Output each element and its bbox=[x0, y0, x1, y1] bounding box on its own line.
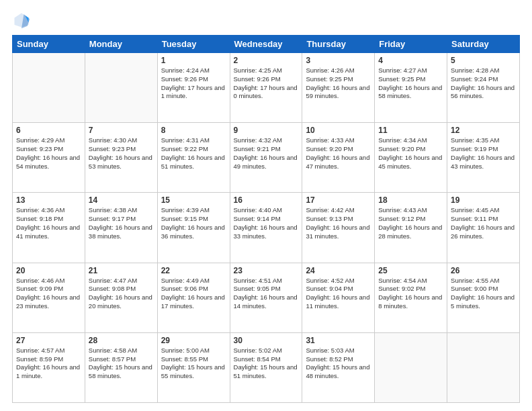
cell-daylight-text: Sunrise: 4:35 AM Sunset: 9:19 PM Dayligh… bbox=[451, 136, 516, 171]
cell-daylight-text: Sunrise: 4:32 AM Sunset: 9:21 PM Dayligh… bbox=[234, 136, 299, 171]
calendar-cell: 19Sunrise: 4:45 AM Sunset: 9:11 PM Dayli… bbox=[447, 193, 520, 263]
calendar-cell: 23Sunrise: 4:51 AM Sunset: 9:05 PM Dayli… bbox=[230, 263, 302, 332]
calendar-header-saturday: Saturday bbox=[447, 36, 520, 53]
cell-daylight-text: Sunrise: 4:40 AM Sunset: 9:14 PM Dayligh… bbox=[234, 206, 299, 240]
day-number: 23 bbox=[234, 266, 299, 275]
header bbox=[12, 11, 520, 30]
calendar-cell: 22Sunrise: 4:49 AM Sunset: 9:06 PM Dayli… bbox=[157, 263, 230, 332]
calendar-cell: 20Sunrise: 4:46 AM Sunset: 9:09 PM Dayli… bbox=[13, 263, 85, 332]
cell-daylight-text: Sunrise: 4:42 AM Sunset: 9:13 PM Dayligh… bbox=[306, 206, 371, 240]
day-number: 25 bbox=[378, 266, 443, 275]
calendar-cell: 8Sunrise: 4:31 AM Sunset: 9:22 PM Daylig… bbox=[157, 123, 230, 193]
day-number: 4 bbox=[378, 56, 443, 65]
calendar-cell bbox=[375, 332, 447, 402]
day-number: 2 bbox=[234, 56, 299, 65]
calendar-cell: 29Sunrise: 5:00 AM Sunset: 8:55 PM Dayli… bbox=[157, 332, 230, 402]
calendar-cell: 14Sunrise: 4:38 AM Sunset: 9:17 PM Dayli… bbox=[85, 193, 157, 263]
day-number: 19 bbox=[451, 195, 516, 205]
cell-daylight-text: Sunrise: 4:47 AM Sunset: 9:08 PM Dayligh… bbox=[89, 277, 154, 311]
day-number: 13 bbox=[16, 195, 81, 205]
calendar-header-tuesday: Tuesday bbox=[157, 36, 230, 53]
calendar-cell: 5Sunrise: 4:28 AM Sunset: 9:24 PM Daylig… bbox=[447, 53, 520, 123]
day-number: 8 bbox=[161, 126, 226, 135]
calendar-cell: 27Sunrise: 4:57 AM Sunset: 8:59 PM Dayli… bbox=[13, 332, 85, 402]
calendar-week-5: 27Sunrise: 4:57 AM Sunset: 8:59 PM Dayli… bbox=[13, 332, 520, 402]
calendar-cell: 13Sunrise: 4:36 AM Sunset: 9:18 PM Dayli… bbox=[13, 193, 85, 263]
calendar-table: SundayMondayTuesdayWednesdayThursdayFrid… bbox=[12, 35, 520, 403]
page: SundayMondayTuesdayWednesdayThursdayFrid… bbox=[0, 0, 532, 411]
calendar-week-1: 1Sunrise: 4:24 AM Sunset: 9:26 PM Daylig… bbox=[13, 53, 520, 123]
cell-daylight-text: Sunrise: 4:39 AM Sunset: 9:15 PM Dayligh… bbox=[161, 206, 226, 240]
calendar-cell: 3Sunrise: 4:26 AM Sunset: 9:25 PM Daylig… bbox=[302, 53, 375, 123]
cell-daylight-text: Sunrise: 4:45 AM Sunset: 9:11 PM Dayligh… bbox=[451, 206, 516, 240]
cell-daylight-text: Sunrise: 5:03 AM Sunset: 8:52 PM Dayligh… bbox=[306, 347, 371, 381]
cell-daylight-text: Sunrise: 5:02 AM Sunset: 8:54 PM Dayligh… bbox=[234, 347, 299, 381]
calendar-cell: 15Sunrise: 4:39 AM Sunset: 9:15 PM Dayli… bbox=[157, 193, 230, 263]
cell-daylight-text: Sunrise: 4:25 AM Sunset: 9:26 PM Dayligh… bbox=[234, 66, 299, 101]
calendar-cell: 21Sunrise: 4:47 AM Sunset: 9:08 PM Dayli… bbox=[85, 263, 157, 332]
calendar-header-thursday: Thursday bbox=[302, 36, 375, 53]
calendar-cell: 24Sunrise: 4:52 AM Sunset: 9:04 PM Dayli… bbox=[302, 263, 375, 332]
day-number: 10 bbox=[306, 126, 371, 135]
cell-daylight-text: Sunrise: 5:00 AM Sunset: 8:55 PM Dayligh… bbox=[161, 347, 226, 381]
cell-daylight-text: Sunrise: 4:51 AM Sunset: 9:05 PM Dayligh… bbox=[234, 277, 299, 311]
day-number: 28 bbox=[89, 336, 154, 345]
day-number: 20 bbox=[16, 266, 81, 275]
cell-daylight-text: Sunrise: 4:28 AM Sunset: 9:24 PM Dayligh… bbox=[451, 66, 516, 101]
day-number: 22 bbox=[161, 266, 226, 275]
cell-daylight-text: Sunrise: 4:27 AM Sunset: 9:25 PM Dayligh… bbox=[378, 66, 443, 101]
cell-daylight-text: Sunrise: 4:55 AM Sunset: 9:00 PM Dayligh… bbox=[451, 277, 516, 311]
calendar-cell: 1Sunrise: 4:24 AM Sunset: 9:26 PM Daylig… bbox=[157, 53, 230, 123]
day-number: 6 bbox=[16, 126, 81, 135]
cell-daylight-text: Sunrise: 4:31 AM Sunset: 9:22 PM Dayligh… bbox=[161, 136, 226, 171]
cell-daylight-text: Sunrise: 4:54 AM Sunset: 9:02 PM Dayligh… bbox=[378, 277, 443, 311]
calendar-cell: 6Sunrise: 4:29 AM Sunset: 9:23 PM Daylig… bbox=[13, 123, 85, 193]
calendar-cell: 26Sunrise: 4:55 AM Sunset: 9:00 PM Dayli… bbox=[447, 263, 520, 332]
cell-daylight-text: Sunrise: 4:34 AM Sunset: 9:20 PM Dayligh… bbox=[378, 136, 443, 171]
calendar-cell: 10Sunrise: 4:33 AM Sunset: 9:20 PM Dayli… bbox=[302, 123, 375, 193]
calendar-cell: 4Sunrise: 4:27 AM Sunset: 9:25 PM Daylig… bbox=[375, 53, 447, 123]
cell-daylight-text: Sunrise: 4:33 AM Sunset: 9:20 PM Dayligh… bbox=[306, 136, 371, 171]
day-number: 7 bbox=[89, 126, 154, 135]
calendar-header-sunday: Sunday bbox=[13, 36, 85, 53]
cell-daylight-text: Sunrise: 4:49 AM Sunset: 9:06 PM Dayligh… bbox=[161, 277, 226, 311]
calendar-header-row: SundayMondayTuesdayWednesdayThursdayFrid… bbox=[13, 36, 520, 53]
cell-daylight-text: Sunrise: 4:24 AM Sunset: 9:26 PM Dayligh… bbox=[161, 66, 226, 101]
logo bbox=[12, 11, 34, 30]
calendar-cell: 25Sunrise: 4:54 AM Sunset: 9:02 PM Dayli… bbox=[375, 263, 447, 332]
cell-daylight-text: Sunrise: 4:57 AM Sunset: 8:59 PM Dayligh… bbox=[16, 347, 81, 381]
calendar-week-4: 20Sunrise: 4:46 AM Sunset: 9:09 PM Dayli… bbox=[13, 263, 520, 332]
cell-daylight-text: Sunrise: 4:30 AM Sunset: 9:23 PM Dayligh… bbox=[89, 136, 154, 171]
calendar-cell: 7Sunrise: 4:30 AM Sunset: 9:23 PM Daylig… bbox=[85, 123, 157, 193]
calendar-cell: 17Sunrise: 4:42 AM Sunset: 9:13 PM Dayli… bbox=[302, 193, 375, 263]
cell-daylight-text: Sunrise: 4:46 AM Sunset: 9:09 PM Dayligh… bbox=[16, 277, 81, 311]
day-number: 12 bbox=[451, 126, 516, 135]
calendar-cell: 28Sunrise: 4:58 AM Sunset: 8:57 PM Dayli… bbox=[85, 332, 157, 402]
calendar-cell: 30Sunrise: 5:02 AM Sunset: 8:54 PM Dayli… bbox=[230, 332, 302, 402]
calendar-cell: 2Sunrise: 4:25 AM Sunset: 9:26 PM Daylig… bbox=[230, 53, 302, 123]
day-number: 16 bbox=[234, 195, 299, 205]
day-number: 1 bbox=[161, 56, 226, 65]
day-number: 11 bbox=[378, 126, 443, 135]
calendar-header-monday: Monday bbox=[85, 36, 157, 53]
cell-daylight-text: Sunrise: 4:43 AM Sunset: 9:12 PM Dayligh… bbox=[378, 206, 443, 240]
day-number: 24 bbox=[306, 266, 371, 275]
day-number: 29 bbox=[161, 336, 226, 345]
day-number: 15 bbox=[161, 195, 226, 205]
day-number: 31 bbox=[306, 336, 371, 345]
cell-daylight-text: Sunrise: 4:36 AM Sunset: 9:18 PM Dayligh… bbox=[16, 206, 81, 240]
calendar-cell bbox=[85, 53, 157, 123]
cell-daylight-text: Sunrise: 4:52 AM Sunset: 9:04 PM Dayligh… bbox=[306, 277, 371, 311]
calendar-cell: 18Sunrise: 4:43 AM Sunset: 9:12 PM Dayli… bbox=[375, 193, 447, 263]
day-number: 27 bbox=[16, 336, 81, 345]
cell-daylight-text: Sunrise: 4:58 AM Sunset: 8:57 PM Dayligh… bbox=[89, 347, 154, 381]
day-number: 30 bbox=[234, 336, 299, 345]
calendar-header-friday: Friday bbox=[375, 36, 447, 53]
calendar-cell bbox=[13, 53, 85, 123]
day-number: 17 bbox=[306, 195, 371, 205]
calendar-header-wednesday: Wednesday bbox=[230, 36, 302, 53]
cell-daylight-text: Sunrise: 4:29 AM Sunset: 9:23 PM Dayligh… bbox=[16, 136, 81, 171]
cell-daylight-text: Sunrise: 4:38 AM Sunset: 9:17 PM Dayligh… bbox=[89, 206, 154, 240]
day-number: 5 bbox=[451, 56, 516, 65]
calendar-cell: 16Sunrise: 4:40 AM Sunset: 9:14 PM Dayli… bbox=[230, 193, 302, 263]
